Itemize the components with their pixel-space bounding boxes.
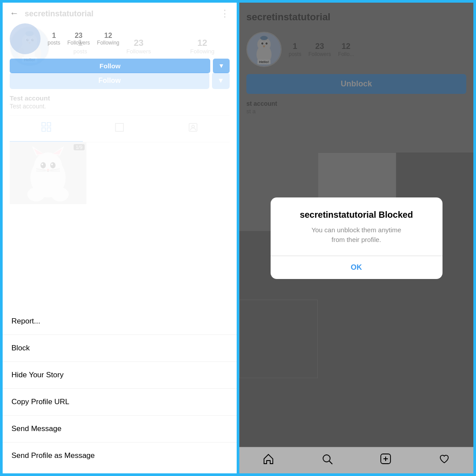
app-container: ← secretinstatutorial ⋮ xyxy=(0,0,476,476)
menu-item-block[interactable]: Block xyxy=(3,335,237,362)
dimmed-overlay: ← 1posts 23Followers 12Following Follow … xyxy=(3,3,237,249)
modal-overlay: secretinstatutorial Blocked You can unbl… xyxy=(239,3,473,473)
modal-title: secretinstatutorial Blocked xyxy=(281,210,432,220)
menu-item-copy-url[interactable]: Copy Profile URL xyxy=(3,389,237,416)
blocked-modal: secretinstatutorial Blocked You can unbl… xyxy=(271,197,443,279)
modal-message: You can unblock them anytimefrom their p… xyxy=(281,225,432,245)
dimmed-profile: ← 1posts 23Followers 12Following Follow … xyxy=(3,3,237,82)
left-panel: ← secretinstatutorial ⋮ xyxy=(3,3,239,473)
right-panel: secretinstatutorial Hello! xyxy=(239,3,473,473)
menu-item-send-profile[interactable]: Send Profile as Message xyxy=(3,443,237,469)
bottom-sheet-menu: Report... Block Hide Your Story Copy Pro… xyxy=(3,304,237,473)
menu-item-hide-story[interactable]: Hide Your Story xyxy=(3,362,237,389)
menu-item-report[interactable]: Report... xyxy=(3,308,237,335)
menu-item-send-message[interactable]: Send Message xyxy=(3,416,237,443)
modal-ok-button[interactable]: OK xyxy=(281,256,432,279)
